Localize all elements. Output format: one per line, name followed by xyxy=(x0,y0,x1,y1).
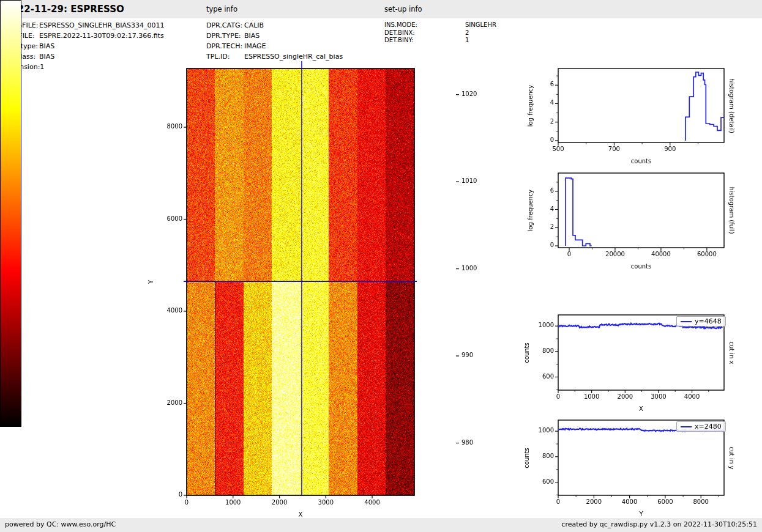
x-tick-label: 0 xyxy=(556,498,560,505)
footer-band: powered by QC: www.eso.org/HC created by… xyxy=(0,518,762,532)
x-tick-label: 500 xyxy=(552,146,564,152)
x-tick-label: 2000 xyxy=(586,498,602,505)
colorbar-tick-label: 980 xyxy=(461,439,473,446)
right-axis-label: cut in x xyxy=(728,341,735,364)
y-tick-label: 600 xyxy=(523,373,554,380)
y-axis-label: Y xyxy=(148,280,154,284)
y-tick-label: 4000 xyxy=(152,307,182,314)
x-tick-label: 3000 xyxy=(651,393,666,400)
y-tick-label: 6000 xyxy=(152,215,182,222)
y-axis-label: counts xyxy=(523,448,530,468)
y-tick-label: 600 xyxy=(523,478,554,485)
figure-area: 0100020003000400002000400060008000XY9809… xyxy=(0,0,762,532)
y-tick-label: 0 xyxy=(152,491,182,498)
x-tick-label: 4000 xyxy=(684,393,700,400)
x-tick-label: 3000 xyxy=(318,499,334,506)
x-axis-label: X xyxy=(639,405,643,412)
qc-report-page: 2022-11-29: ESPRESSO type info set-up in… xyxy=(0,0,762,532)
x-tick-label: 0 xyxy=(185,499,189,506)
x-tick-label: 1000 xyxy=(584,393,599,400)
colorbar xyxy=(0,0,21,427)
x-tick-label: 2000 xyxy=(272,499,287,506)
x-tick-label: 0 xyxy=(567,251,571,257)
x-tick-label: 4000 xyxy=(364,499,379,506)
legend-label: y=4648 xyxy=(695,317,722,325)
x-tick-label: 60000 xyxy=(697,251,717,257)
x-tick-label: 700 xyxy=(608,146,620,152)
x-tick-label: 4000 xyxy=(622,498,637,505)
x-tick-label: 20000 xyxy=(605,251,625,257)
y-tick-label: 1000 xyxy=(523,322,554,328)
x-axis-label: counts xyxy=(631,158,651,164)
y-tick-label: 0 xyxy=(523,242,554,248)
colorbar-tick-label: 1020 xyxy=(461,91,477,97)
y-tick-label: 8000 xyxy=(152,123,182,130)
y-tick-label: 2000 xyxy=(152,399,182,406)
legend-line-sample xyxy=(681,426,692,427)
y-tick-label: 1000 xyxy=(523,427,554,434)
x-tick-label: 6000 xyxy=(657,498,673,505)
x-tick-label: 0 xyxy=(556,393,560,400)
legend-line-sample xyxy=(681,321,692,322)
x-tick-label: 2000 xyxy=(618,393,633,400)
y-axis-label: log frequency xyxy=(527,84,534,127)
x-tick-label: 900 xyxy=(664,146,676,152)
legend: x=2480 xyxy=(676,421,726,432)
x-tick-label: 1000 xyxy=(225,499,241,506)
raw-image-heatmap xyxy=(187,68,414,495)
y-axis-label: counts xyxy=(523,342,530,363)
right-axis-label: cut in y xyxy=(728,446,735,469)
right-axis-label: histogram (detail) xyxy=(728,78,735,133)
y-axis-label: log frequency xyxy=(527,190,534,232)
legend-label: x=2480 xyxy=(695,423,722,430)
footer-right-text: created by qc_rawdisp.py v1.2.3 on 2022-… xyxy=(561,518,757,531)
footer-left-text: powered by QC: www.eso.org/HC xyxy=(5,518,116,531)
legend: y=4648 xyxy=(676,316,726,327)
x-axis-label: counts xyxy=(631,263,651,270)
y-tick-label: 0 xyxy=(523,136,554,143)
right-axis-label: histogram (full) xyxy=(728,187,735,234)
x-tick-label: 40000 xyxy=(651,251,671,257)
colorbar-tick-label: 1010 xyxy=(461,177,477,184)
x-axis-label: Y xyxy=(639,511,643,517)
x-axis-label: X xyxy=(299,511,303,518)
x-tick-label: 8000 xyxy=(693,498,708,505)
colorbar-tick-label: 1000 xyxy=(461,265,477,272)
colorbar-tick-label: 990 xyxy=(461,352,473,358)
